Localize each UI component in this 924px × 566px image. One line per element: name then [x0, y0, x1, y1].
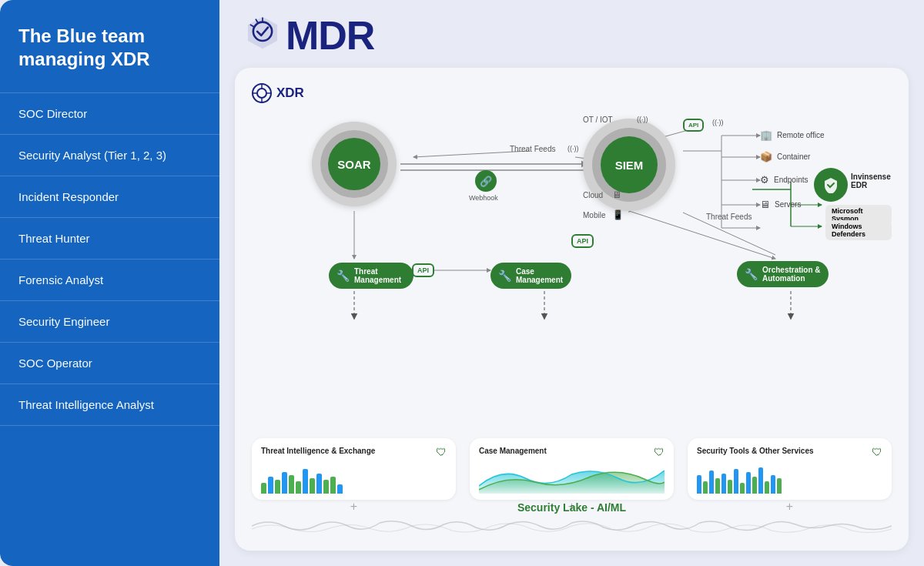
remote-office-item: 🏢 Remote office — [760, 129, 825, 141]
security-lake-waveform — [252, 515, 892, 537]
sidebar-item-soc-director[interactable]: SOC Director — [0, 92, 219, 134]
sidebar-item-threat-hunter[interactable]: Threat Hunter — [0, 217, 219, 259]
webhook-node: 🔗 — [475, 170, 497, 192]
mdr-logo-icon — [243, 15, 283, 55]
soar-label: SOAR — [328, 138, 380, 190]
security-tools-chart — [697, 463, 882, 494]
case-mgmt-label: CaseManagement — [516, 267, 563, 284]
security-lake-section: Security Lake - AI/ML — [252, 501, 892, 540]
sidebar-item-threat-intelligence-analyst[interactable]: Threat Intelligence Analyst — [0, 383, 219, 426]
svg-point-2 — [257, 89, 266, 98]
diagram-card: XDR — [235, 68, 909, 551]
servers-label: Servers — [775, 200, 801, 209]
security-lake-label: Security Lake - AI/ML — [252, 501, 892, 514]
endpoints-item: ⚙ Endpoints — [760, 174, 808, 186]
sidebar-item-security-analyst[interactable]: Security Analyst (Tier 1, 2, 3) — [0, 134, 219, 176]
freq-ot: ((·)) — [637, 116, 648, 123]
security-tools-panel: Security Tools & Other Services 🛡 — [688, 438, 892, 500]
shield-icon-2: 🛡 — [654, 446, 665, 458]
cloud-icon: 🖥 — [612, 189, 621, 200]
shield-icon-1: 🛡 — [436, 446, 447, 458]
freq-api: ((·)) — [712, 119, 724, 126]
invinsense-edr-label: Invinsense EDR — [851, 172, 891, 189]
servers-item: 🖥 Servers — [760, 199, 801, 210]
wrench-icon-threat: 🔧 — [336, 270, 350, 282]
content-area: MDR XDR — [219, 0, 924, 566]
threat-intel-chart — [261, 463, 447, 494]
bottom-panels: Threat Intelligence & Exchange 🛡 — [252, 438, 892, 500]
orchestration-label: Orchestration &Automation — [762, 266, 821, 283]
freq-tf: ((·)) — [567, 145, 579, 152]
threat-intel-title: Threat Intelligence & Exchange — [261, 446, 375, 456]
siem-label: SIEM — [601, 136, 658, 193]
remote-office-icon: 🏢 — [760, 129, 772, 141]
mdr-logo-text: MDR — [286, 15, 374, 55]
threat-feeds-label-2: Threat Feeds — [706, 213, 752, 221]
servers-icon: 🖥 — [760, 199, 770, 210]
soar-circle: SOAR — [312, 122, 397, 206]
edr-text: EDR — [851, 181, 891, 189]
xdr-badge: XDR — [252, 83, 892, 103]
diagram-area: SOAR SIEM 🔗 Webhook OT / IOT ((·)) Threa… — [252, 112, 892, 540]
container-label: Container — [777, 152, 810, 161]
case-mgmt-chart — [479, 463, 665, 494]
xdr-label: XDR — [276, 85, 304, 101]
sidebar-item-incident-responder[interactable]: Incident Responder — [0, 176, 219, 217]
sidebar-title: The Blue team managing XDR — [0, 0, 219, 92]
invinsense-text: Invinsense — [851, 172, 891, 181]
api-case-mgmt: API — [571, 234, 594, 248]
remote-office-label: Remote office — [777, 131, 825, 139]
api-top: API — [683, 119, 704, 132]
container-icon: 📦 — [760, 151, 772, 162]
svg-line-18 — [629, 211, 775, 259]
mobile-label: Mobile — [583, 211, 605, 219]
ot-iot-label: OT / IOT — [583, 116, 613, 124]
sidebar-item-soc-operator[interactable]: SOC Operator — [0, 342, 219, 383]
shield-icon-3: 🛡 — [872, 446, 882, 458]
threat-feeds-label-1: Threat Feeds — [510, 145, 555, 153]
threat-intel-panel: Threat Intelligence & Exchange 🛡 — [252, 438, 456, 500]
header: MDR — [235, 15, 909, 55]
wrench-icon-case: 🔧 — [498, 270, 511, 282]
threat-management-box: 🔧 ThreatManagement — [329, 263, 413, 289]
wrench-icon-orch: 🔧 — [745, 268, 758, 280]
mdr-logo: MDR — [243, 15, 374, 55]
sidebar: The Blue team managing XDR SOC Director … — [0, 0, 219, 566]
case-mgmt-panel-title: Case Management — [479, 446, 547, 456]
threat-mgmt-label: ThreatManagement — [354, 267, 401, 284]
endpoints-icon: ⚙ — [760, 174, 769, 186]
invinsense-edr-icon — [814, 168, 848, 202]
mobile-icon: 📱 — [612, 209, 624, 220]
sidebar-item-forensic-analyst[interactable]: Forensic Analyst — [0, 259, 219, 300]
cloud-label: Cloud — [583, 191, 603, 199]
container-item: 📦 Container — [760, 151, 810, 162]
webhook-label: Webhook — [469, 194, 498, 202]
sidebar-item-security-engineer[interactable]: Security Engineer — [0, 300, 219, 342]
endpoints-label: Endpoints — [774, 176, 808, 184]
case-mgmt-panel: Case Management 🛡 — [470, 438, 674, 500]
api-threat-mgmt-right: API — [412, 263, 434, 277]
security-tools-title: Security Tools & Other Services — [697, 446, 814, 456]
windows-defenders-label: Windows Defenders — [825, 220, 892, 240]
orchestration-box: 🔧 Orchestration &Automation — [737, 261, 829, 287]
xdr-icon — [252, 83, 272, 103]
case-management-box: 🔧 CaseManagement — [490, 263, 571, 289]
